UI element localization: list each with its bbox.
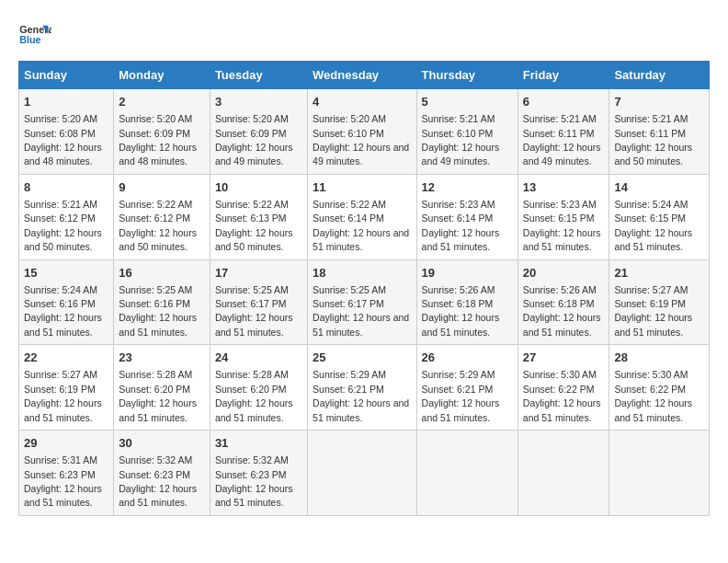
day-number: 4 bbox=[313, 94, 411, 110]
day-info: Sunrise: 5:32 AMSunset: 6:23 PMDaylight:… bbox=[119, 454, 197, 508]
day-info: Sunrise: 5:26 AMSunset: 6:18 PMDaylight:… bbox=[422, 284, 500, 338]
calendar-cell: 16Sunrise: 5:25 AMSunset: 6:16 PMDayligh… bbox=[114, 259, 210, 345]
header-wednesday: Wednesday bbox=[308, 62, 416, 89]
calendar-week-row: 1Sunrise: 5:20 AMSunset: 6:08 PMDaylight… bbox=[19, 89, 710, 175]
day-info: Sunrise: 5:28 AMSunset: 6:20 PMDaylight:… bbox=[215, 369, 293, 422]
day-number: 21 bbox=[614, 265, 704, 282]
day-number: 25 bbox=[313, 350, 411, 366]
day-number: 13 bbox=[523, 179, 605, 196]
day-info: Sunrise: 5:25 AMSunset: 6:16 PMDaylight:… bbox=[119, 284, 197, 338]
day-info: Sunrise: 5:27 AMSunset: 6:19 PMDaylight:… bbox=[24, 369, 102, 422]
day-info: Sunrise: 5:21 AMSunset: 6:11 PMDaylight:… bbox=[523, 113, 601, 167]
calendar-cell: 31Sunrise: 5:32 AMSunset: 6:23 PMDayligh… bbox=[210, 431, 307, 516]
day-info: Sunrise: 5:22 AMSunset: 6:14 PMDaylight:… bbox=[313, 199, 409, 252]
day-number: 8 bbox=[24, 179, 108, 196]
calendar-cell bbox=[416, 431, 518, 516]
calendar-cell: 5Sunrise: 5:21 AMSunset: 6:10 PMDaylight… bbox=[416, 89, 518, 175]
calendar-week-row: 15Sunrise: 5:24 AMSunset: 6:16 PMDayligh… bbox=[19, 259, 710, 345]
day-number: 27 bbox=[523, 350, 605, 366]
day-number: 18 bbox=[313, 265, 411, 282]
day-number: 30 bbox=[119, 435, 205, 452]
day-number: 26 bbox=[422, 350, 513, 366]
calendar-cell: 13Sunrise: 5:23 AMSunset: 6:15 PMDayligh… bbox=[518, 174, 609, 259]
calendar-cell: 8Sunrise: 5:21 AMSunset: 6:12 PMDaylight… bbox=[19, 174, 114, 259]
day-info: Sunrise: 5:21 AMSunset: 6:10 PMDaylight:… bbox=[422, 113, 500, 167]
day-info: Sunrise: 5:23 AMSunset: 6:14 PMDaylight:… bbox=[422, 199, 500, 252]
calendar-cell: 17Sunrise: 5:25 AMSunset: 6:17 PMDayligh… bbox=[210, 259, 307, 345]
day-info: Sunrise: 5:21 AMSunset: 6:12 PMDaylight:… bbox=[24, 199, 102, 252]
day-info: Sunrise: 5:22 AMSunset: 6:12 PMDaylight:… bbox=[119, 199, 197, 252]
day-info: Sunrise: 5:26 AMSunset: 6:18 PMDaylight:… bbox=[523, 284, 601, 338]
calendar-cell: 3Sunrise: 5:20 AMSunset: 6:09 PMDaylight… bbox=[210, 89, 307, 175]
header-thursday: Thursday bbox=[416, 62, 518, 89]
calendar-cell: 9Sunrise: 5:22 AMSunset: 6:12 PMDaylight… bbox=[114, 174, 210, 259]
calendar-cell: 2Sunrise: 5:20 AMSunset: 6:09 PMDaylight… bbox=[114, 89, 210, 175]
calendar-cell: 28Sunrise: 5:30 AMSunset: 6:22 PMDayligh… bbox=[609, 345, 710, 431]
day-number: 3 bbox=[215, 94, 302, 110]
header-monday: Monday bbox=[114, 62, 210, 89]
header-sunday: Sunday bbox=[19, 62, 114, 89]
calendar-cell: 25Sunrise: 5:29 AMSunset: 6:21 PMDayligh… bbox=[308, 345, 416, 431]
header-tuesday: Tuesday bbox=[210, 62, 307, 89]
day-info: Sunrise: 5:25 AMSunset: 6:17 PMDaylight:… bbox=[215, 284, 293, 338]
logo-svg: General Blue bbox=[18, 18, 51, 52]
day-number: 19 bbox=[422, 265, 513, 282]
day-number: 22 bbox=[24, 350, 108, 366]
logo: General Blue bbox=[18, 18, 51, 52]
calendar-cell bbox=[308, 431, 416, 516]
calendar-cell: 24Sunrise: 5:28 AMSunset: 6:20 PMDayligh… bbox=[210, 345, 307, 431]
day-number: 6 bbox=[523, 94, 605, 110]
day-info: Sunrise: 5:25 AMSunset: 6:17 PMDaylight:… bbox=[313, 284, 409, 338]
day-info: Sunrise: 5:28 AMSunset: 6:20 PMDaylight:… bbox=[119, 369, 197, 422]
day-number: 20 bbox=[523, 265, 605, 282]
calendar-cell: 23Sunrise: 5:28 AMSunset: 6:20 PMDayligh… bbox=[114, 345, 210, 431]
day-number: 5 bbox=[422, 94, 513, 110]
calendar-cell: 18Sunrise: 5:25 AMSunset: 6:17 PMDayligh… bbox=[308, 259, 416, 345]
calendar-cell bbox=[518, 431, 609, 516]
calendar-cell: 11Sunrise: 5:22 AMSunset: 6:14 PMDayligh… bbox=[308, 174, 416, 259]
day-info: Sunrise: 5:22 AMSunset: 6:13 PMDaylight:… bbox=[215, 199, 293, 252]
day-number: 14 bbox=[614, 179, 704, 196]
day-info: Sunrise: 5:31 AMSunset: 6:23 PMDaylight:… bbox=[24, 454, 102, 508]
day-number: 31 bbox=[215, 435, 302, 452]
calendar-cell: 19Sunrise: 5:26 AMSunset: 6:18 PMDayligh… bbox=[416, 259, 518, 345]
calendar-cell: 6Sunrise: 5:21 AMSunset: 6:11 PMDaylight… bbox=[518, 89, 609, 175]
page-container: General Blue SundayMondayTuesdayWednesda… bbox=[18, 18, 710, 516]
calendar-cell: 10Sunrise: 5:22 AMSunset: 6:13 PMDayligh… bbox=[210, 174, 307, 259]
day-info: Sunrise: 5:30 AMSunset: 6:22 PMDaylight:… bbox=[523, 369, 601, 422]
calendar-cell: 22Sunrise: 5:27 AMSunset: 6:19 PMDayligh… bbox=[19, 345, 114, 431]
calendar-cell: 1Sunrise: 5:20 AMSunset: 6:08 PMDaylight… bbox=[19, 89, 114, 175]
day-number: 10 bbox=[215, 179, 302, 196]
day-number: 29 bbox=[24, 435, 108, 452]
calendar-week-row: 8Sunrise: 5:21 AMSunset: 6:12 PMDaylight… bbox=[19, 174, 710, 259]
calendar-cell: 27Sunrise: 5:30 AMSunset: 6:22 PMDayligh… bbox=[518, 345, 609, 431]
day-info: Sunrise: 5:29 AMSunset: 6:21 PMDaylight:… bbox=[422, 369, 500, 422]
calendar-header-row: SundayMondayTuesdayWednesdayThursdayFrid… bbox=[19, 62, 710, 89]
day-info: Sunrise: 5:24 AMSunset: 6:16 PMDaylight:… bbox=[24, 284, 102, 338]
day-info: Sunrise: 5:20 AMSunset: 6:08 PMDaylight:… bbox=[24, 113, 102, 167]
day-number: 1 bbox=[24, 94, 108, 110]
day-info: Sunrise: 5:20 AMSunset: 6:10 PMDaylight:… bbox=[313, 113, 409, 167]
day-number: 11 bbox=[313, 179, 411, 196]
day-info: Sunrise: 5:20 AMSunset: 6:09 PMDaylight:… bbox=[215, 113, 293, 167]
day-info: Sunrise: 5:29 AMSunset: 6:21 PMDaylight:… bbox=[313, 369, 409, 422]
day-number: 16 bbox=[119, 265, 205, 282]
calendar-cell: 20Sunrise: 5:26 AMSunset: 6:18 PMDayligh… bbox=[518, 259, 609, 345]
day-info: Sunrise: 5:23 AMSunset: 6:15 PMDaylight:… bbox=[523, 199, 601, 252]
header-saturday: Saturday bbox=[609, 62, 710, 89]
calendar-week-row: 29Sunrise: 5:31 AMSunset: 6:23 PMDayligh… bbox=[19, 431, 710, 516]
day-info: Sunrise: 5:24 AMSunset: 6:15 PMDaylight:… bbox=[614, 199, 692, 252]
calendar-cell: 7Sunrise: 5:21 AMSunset: 6:11 PMDaylight… bbox=[609, 89, 710, 175]
day-number: 9 bbox=[119, 179, 205, 196]
calendar-cell: 29Sunrise: 5:31 AMSunset: 6:23 PMDayligh… bbox=[19, 431, 114, 516]
calendar-cell: 4Sunrise: 5:20 AMSunset: 6:10 PMDaylight… bbox=[308, 89, 416, 175]
calendar-cell: 21Sunrise: 5:27 AMSunset: 6:19 PMDayligh… bbox=[609, 259, 710, 345]
day-info: Sunrise: 5:27 AMSunset: 6:19 PMDaylight:… bbox=[614, 284, 692, 338]
calendar-week-row: 22Sunrise: 5:27 AMSunset: 6:19 PMDayligh… bbox=[19, 345, 710, 431]
calendar-cell: 26Sunrise: 5:29 AMSunset: 6:21 PMDayligh… bbox=[416, 345, 518, 431]
day-number: 7 bbox=[614, 94, 704, 110]
day-info: Sunrise: 5:32 AMSunset: 6:23 PMDaylight:… bbox=[215, 454, 293, 508]
day-number: 23 bbox=[119, 350, 205, 366]
day-number: 15 bbox=[24, 265, 108, 282]
header: General Blue bbox=[18, 18, 710, 52]
